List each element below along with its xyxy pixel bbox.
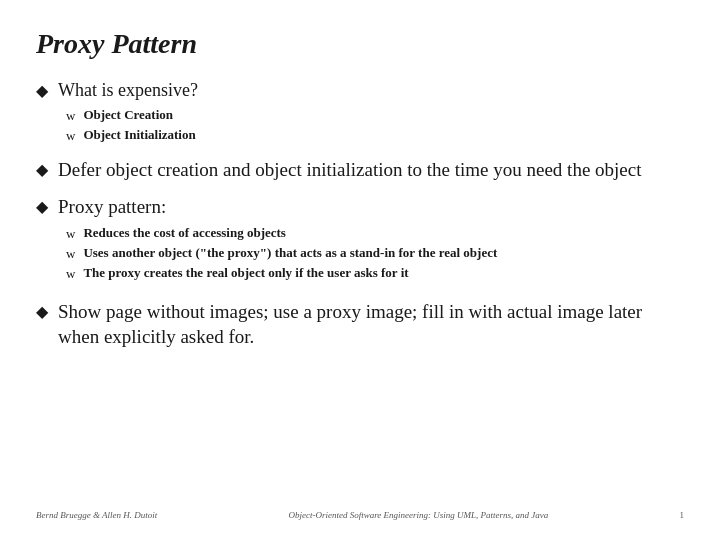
- sub-bullet-1-2-marker: w: [66, 128, 75, 144]
- bullet-1-text: What is expensive?: [58, 78, 198, 102]
- bullet-3-subbullets: w Reduces the cost of accessing objects …: [66, 224, 684, 283]
- sub-bullet-3-3: w The proxy creates the real object only…: [66, 264, 684, 282]
- sub-bullet-1-2: w Object Initialization: [66, 126, 684, 144]
- bullet-4: ◆ Show page without images; use a proxy …: [36, 299, 684, 350]
- sub-bullet-3-2: w Uses another object ("the proxy") that…: [66, 244, 684, 262]
- bullet-4-text: Show page without images; use a proxy im…: [58, 299, 684, 350]
- sub-bullet-3-1-text: Reduces the cost of accessing objects: [83, 224, 286, 242]
- footer-author: Bernd Bruegge & Allen H. Dutoit: [36, 510, 157, 520]
- bullet-2-marker: ◆: [36, 160, 48, 179]
- slide: Proxy Pattern ◆ What is expensive? w Obj…: [0, 0, 720, 540]
- bullet-1-marker: ◆: [36, 81, 48, 100]
- bullet-3-text: Proxy pattern:: [58, 194, 166, 220]
- footer-page: 1: [680, 510, 685, 520]
- slide-title: Proxy Pattern: [36, 28, 684, 60]
- sub-bullet-3-3-text: The proxy creates the real object only i…: [83, 264, 408, 282]
- sub-bullet-3-2-marker: w: [66, 246, 75, 262]
- bullet-2-text: Defer object creation and object initial…: [58, 157, 642, 183]
- sub-bullet-1-1: w Object Creation: [66, 106, 684, 124]
- slide-footer: Bernd Bruegge & Allen H. Dutoit Object-O…: [36, 502, 684, 520]
- bullet-3: ◆ Proxy pattern:: [36, 194, 684, 220]
- bullet-4-marker: ◆: [36, 302, 48, 321]
- bullet-1-subbullets: w Object Creation w Object Initializatio…: [66, 106, 684, 144]
- sub-bullet-1-1-text: Object Creation: [83, 106, 173, 124]
- sub-bullet-3-2-text: Uses another object ("the proxy") that a…: [83, 244, 497, 262]
- sub-bullet-1-1-marker: w: [66, 108, 75, 124]
- sub-bullet-3-3-marker: w: [66, 266, 75, 282]
- sub-bullet-1-2-text: Object Initialization: [83, 126, 195, 144]
- slide-content: ◆ What is expensive? w Object Creation w…: [36, 78, 684, 502]
- bullet-1: ◆ What is expensive?: [36, 78, 684, 102]
- bullet-3-section: ◆ Proxy pattern: w Reduces the cost of a…: [36, 194, 684, 286]
- footer-title: Object-Oriented Software Engineering: Us…: [167, 510, 669, 520]
- sub-bullet-3-1: w Reduces the cost of accessing objects: [66, 224, 684, 242]
- bullet-2: ◆ Defer object creation and object initi…: [36, 157, 684, 183]
- bullet-3-marker: ◆: [36, 197, 48, 216]
- bullet-1-section: ◆ What is expensive? w Object Creation w…: [36, 78, 684, 149]
- sub-bullet-3-1-marker: w: [66, 226, 75, 242]
